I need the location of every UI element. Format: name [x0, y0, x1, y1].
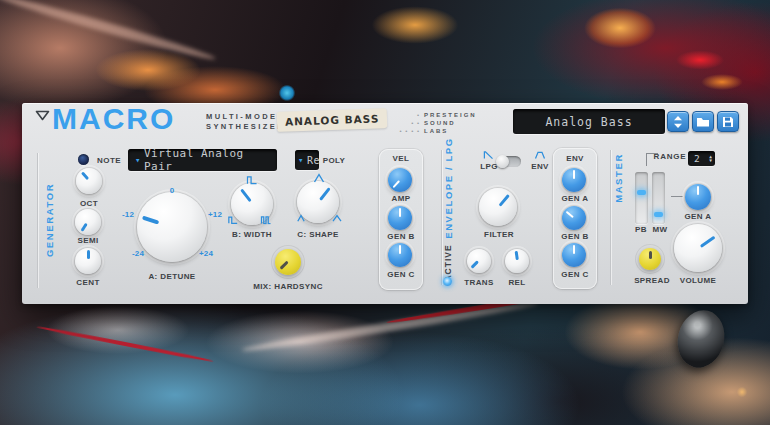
knob-pointer	[393, 180, 401, 188]
width-label: B: WIDTH	[232, 230, 272, 239]
knob-pointer	[514, 251, 518, 260]
mix-hardsync-knob[interactable]	[275, 249, 301, 275]
trans-label: TRANS	[464, 278, 494, 287]
narrow-pulse-icon	[247, 175, 258, 185]
chevron-down-icon: ▾	[298, 155, 304, 165]
shape-label: C: SHAPE	[297, 230, 338, 239]
knob-pointer	[81, 223, 89, 233]
cent-label: CENT	[76, 278, 99, 287]
semi-label: SEMI	[77, 236, 98, 245]
master-gen-a-knob[interactable]	[685, 184, 711, 210]
volume-label: VOLUME	[680, 276, 717, 285]
env-gen-c-label: GEN C	[561, 270, 588, 279]
cent-knob[interactable]	[75, 248, 101, 274]
preset-save-button[interactable]	[717, 111, 739, 132]
chevron-down-icon: ▾	[135, 155, 141, 165]
knob-pointer	[87, 250, 90, 259]
pb-label: PB	[635, 225, 647, 234]
vel-gen-c-label: GEN C	[387, 270, 414, 279]
vel-amp-knob[interactable]	[388, 168, 412, 192]
triangle-wave-icon	[296, 214, 306, 222]
app-title: MACRO	[52, 102, 175, 136]
semi-knob[interactable]	[75, 209, 101, 235]
vel-title: VEL	[393, 154, 410, 163]
env-gen-b-label: GEN B	[561, 232, 588, 241]
master-gen-a-label: GEN A	[684, 212, 711, 221]
note-led	[78, 154, 89, 165]
preset-prev-next-button[interactable]	[667, 111, 689, 132]
wide-pulse-icon	[260, 216, 272, 225]
vel-amp-label: AMP	[392, 194, 411, 203]
pitch-bend-slider[interactable]	[635, 172, 648, 224]
vel-gen-b-knob[interactable]	[388, 206, 412, 230]
range-stepper[interactable]: 2 ▲▼	[688, 151, 715, 166]
knob-pointer	[280, 261, 289, 270]
env-title: ENV	[566, 154, 584, 163]
generator-section-label: GENERATOR	[44, 183, 55, 257]
up-down-arrows-icon	[673, 115, 683, 129]
detune-tick-0: 0	[170, 186, 175, 195]
retrigger-select[interactable]: ▾ Re	[295, 150, 319, 170]
mw-gen-a-connector	[671, 196, 683, 197]
pluck-decay-icon	[482, 151, 494, 160]
section-divider	[610, 150, 611, 285]
open-triangle-icon[interactable]	[35, 110, 50, 121]
brand-logo: •PRESTEIGN • •SOUND • • • •LABS	[394, 111, 477, 135]
volume-knob[interactable]	[674, 224, 722, 272]
detune-tick-minus24: -24	[132, 249, 144, 258]
knob-pointer	[498, 194, 509, 206]
section-divider	[37, 153, 38, 288]
note-label: NOTE	[97, 156, 121, 165]
mix-hardsync-label: MIX: HARDSYNC	[253, 282, 323, 291]
env-gen-a-knob[interactable]	[562, 168, 586, 192]
knob-pointer	[318, 187, 330, 201]
poly-label: POLY	[323, 156, 346, 165]
oct-knob[interactable]	[76, 168, 102, 194]
app-subtitle: MULTI-MODEL SYNTHESIZER	[206, 112, 285, 132]
active-led[interactable]	[443, 277, 452, 286]
trans-knob[interactable]	[467, 249, 491, 273]
rel-knob[interactable]	[505, 249, 529, 273]
save-disk-icon	[722, 116, 734, 128]
knob-pointer	[573, 245, 576, 254]
narrow-pulse-icon	[228, 216, 238, 225]
knob-pointer	[649, 251, 652, 259]
slider-handle[interactable]	[654, 212, 663, 217]
oct-label: OCT	[80, 199, 98, 208]
detune-tick-minus12: -12	[122, 210, 134, 219]
spread-knob[interactable]	[639, 248, 661, 270]
folder-icon	[696, 116, 710, 128]
envelope-section-label: ENVELOPE / LPG	[443, 137, 454, 239]
toggle-handle[interactable]	[496, 155, 509, 168]
range-bracket	[646, 153, 658, 166]
env-gen-a-label: GEN A	[561, 194, 588, 203]
env-label: ENV	[531, 162, 549, 171]
vel-gen-b-label: GEN B	[387, 232, 414, 241]
preset-load-button[interactable]	[692, 111, 714, 132]
filter-knob[interactable]	[479, 188, 517, 226]
env-gen-b-knob[interactable]	[562, 206, 586, 230]
plugin-window: MACRO MULTI-MODEL SYNTHESIZER ANALOG BAS…	[22, 103, 748, 304]
knob-pointer	[565, 211, 573, 218]
knob-pointer	[399, 208, 402, 217]
detune-tick-plus24: +24	[199, 249, 213, 258]
env-gen-c-knob[interactable]	[562, 243, 586, 267]
filter-label: FILTER	[484, 230, 514, 239]
lpg-env-toggle[interactable]	[497, 156, 521, 167]
vel-gen-c-knob[interactable]	[388, 243, 412, 267]
preset-display[interactable]: Analog Bass	[513, 109, 665, 134]
detune-knob[interactable]	[137, 192, 207, 262]
knob-pointer	[471, 261, 479, 269]
triangle-wave-icon	[332, 214, 343, 222]
envelope-trapezoid-icon	[534, 151, 546, 160]
mod-wheel-slider[interactable]	[652, 172, 665, 224]
knob-pointer	[697, 186, 700, 195]
up-down-arrows-icon[interactable]: ▲▼	[709, 155, 712, 163]
knob-pointer	[399, 245, 402, 254]
knob-pointer	[81, 172, 89, 181]
model-select[interactable]: ▾ Virtual Analog Pair	[128, 149, 277, 171]
slider-handle[interactable]	[637, 190, 646, 195]
range-label: RANGE	[654, 152, 687, 161]
preset-sticker: ANALOG BASS	[277, 108, 388, 132]
triangle-wave-icon	[313, 173, 325, 183]
